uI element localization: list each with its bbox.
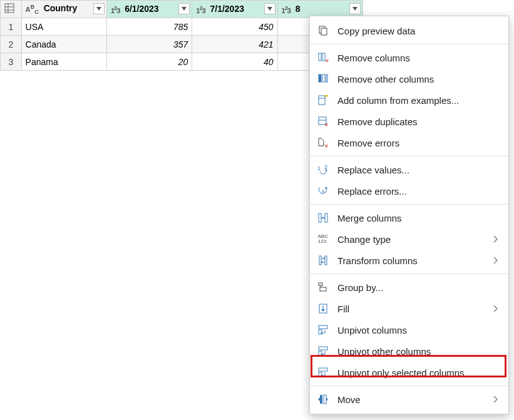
menu-replace-errors[interactable]: A Replace errors... (310, 180, 508, 202)
group-by-icon (316, 281, 330, 294)
menu-fill[interactable]: Fill (310, 298, 508, 319)
change-type-icon: ABC123 (316, 233, 330, 245)
col-header-country[interactable]: ABC Country (21, 1, 106, 18)
cell-value[interactable]: 785 (106, 18, 192, 36)
submenu-arrow-icon (493, 234, 500, 245)
svg-marker-7 (352, 7, 357, 11)
col-label: 6/1/2023 (125, 4, 159, 14)
menu-separator (310, 386, 508, 386)
menu-remove-errors[interactable]: ✕ Remove errors (310, 132, 508, 153)
menu-label: Remove duplicates (337, 116, 500, 127)
svg-rect-45 (319, 325, 327, 329)
cell-value[interactable]: 20 (106, 53, 192, 71)
menu-label: Remove columns (337, 53, 500, 63)
svg-marker-44 (321, 309, 325, 312)
row-number[interactable]: 1 (1, 18, 22, 36)
svg-rect-48 (319, 347, 327, 350)
cell-country[interactable]: Canada (21, 36, 106, 53)
menu-separator (310, 44, 508, 44)
merge-columns-icon (316, 212, 330, 224)
menu-label: Change type (337, 234, 493, 245)
menu-label: Remove other columns (337, 74, 500, 85)
svg-marker-5 (182, 7, 187, 11)
menu-label: Unpivot columns (337, 325, 500, 335)
menu-label: Move (337, 394, 493, 405)
menu-label: Remove errors (337, 138, 500, 148)
svg-rect-15 (326, 74, 327, 82)
menu-remove-columns[interactable]: ✕ Remove columns (310, 47, 508, 68)
chevron-down-icon (352, 7, 357, 11)
menu-merge-columns[interactable]: Merge columns (310, 207, 508, 228)
menu-separator (310, 274, 508, 274)
corner-cell[interactable] (1, 1, 22, 18)
table-icon (4, 5, 14, 15)
svg-rect-46 (319, 330, 322, 334)
menu-label: Copy preview data (337, 26, 500, 36)
submenu-arrow-icon (493, 304, 500, 314)
menu-replace-values[interactable]: 12 Replace values... (310, 159, 508, 180)
chevron-down-icon (96, 7, 101, 11)
svg-rect-9 (321, 28, 327, 35)
context-menu: Copy preview data ✕ Remove columns Remov… (309, 16, 509, 414)
filter-dropdown[interactable] (264, 3, 275, 14)
table-row[interactable]: 3 Panama 20 40 (1, 53, 363, 71)
unpivot-selected-icon (316, 366, 330, 379)
menu-remove-duplicates[interactable]: ✕ Remove duplicates (310, 111, 508, 132)
number-type-icon: 123 (111, 5, 120, 14)
svg-rect-40 (320, 287, 326, 291)
svg-rect-55 (324, 395, 326, 404)
svg-rect-10 (319, 53, 321, 61)
col-header-date2[interactable]: 123 7/1/2023 (192, 1, 277, 18)
menu-remove-other-columns[interactable]: Remove other columns (310, 68, 508, 90)
menu-change-type[interactable]: ABC123 Change type (310, 228, 508, 250)
filter-dropdown[interactable] (93, 3, 105, 14)
menu-label: Transform columns (337, 255, 493, 266)
svg-rect-39 (319, 283, 322, 285)
menu-copy-preview-data[interactable]: Copy preview data (310, 20, 508, 41)
number-type-icon: 123 (282, 5, 290, 14)
menu-add-column-from-examples[interactable]: Add column from examples... (310, 90, 508, 111)
svg-rect-33 (319, 256, 321, 265)
menu-unpivot-only-selected-columns[interactable]: Unpivot only selected columns (310, 362, 508, 383)
menu-label: Replace errors... (337, 186, 500, 197)
remove-columns-icon: ✕ (316, 51, 330, 64)
svg-text:✕: ✕ (324, 143, 329, 148)
fill-icon (316, 302, 330, 315)
svg-marker-57 (326, 397, 328, 401)
svg-rect-0 (5, 4, 14, 13)
unpivot-icon (316, 324, 330, 336)
menu-label: Unpivot only selected columns (337, 367, 500, 378)
data-grid: ABC Country 123 6/1/2023 123 7/1/2023 (0, 0, 363, 71)
menu-unpivot-columns[interactable]: Unpivot columns (310, 319, 508, 341)
svg-rect-29 (325, 213, 327, 222)
filter-dropdown[interactable] (178, 3, 190, 14)
table-row[interactable]: 1 USA 785 450 (1, 18, 363, 36)
cell-value[interactable]: 450 (192, 18, 277, 36)
menu-unpivot-other-columns[interactable]: Unpivot other columns (310, 341, 508, 362)
cell-value[interactable]: 421 (192, 36, 277, 53)
col-header-date1[interactable]: 123 6/1/2023 (106, 1, 192, 18)
row-number[interactable]: 2 (1, 36, 22, 53)
svg-rect-13 (319, 74, 321, 82)
cell-value[interactable]: 357 (106, 36, 192, 53)
cell-country[interactable]: Panama (21, 53, 106, 71)
svg-rect-14 (322, 74, 325, 82)
menu-move[interactable]: Move (310, 389, 508, 410)
svg-rect-28 (319, 213, 321, 222)
menu-transform-columns[interactable]: Transform columns (310, 250, 508, 271)
text-type-icon: ABC (26, 4, 39, 15)
filter-dropdown[interactable] (349, 3, 361, 14)
add-column-examples-icon (316, 94, 330, 106)
menu-group-by[interactable]: Group by... (310, 277, 508, 298)
menu-label: Fill (337, 304, 493, 314)
cell-country[interactable]: USA (21, 18, 106, 36)
cell-value[interactable]: 40 (192, 53, 277, 71)
svg-text:A: A (321, 188, 325, 195)
remove-duplicates-icon: ✕ (316, 115, 330, 128)
row-number[interactable]: 3 (1, 53, 22, 71)
replace-values-icon: 12 (316, 163, 330, 176)
svg-rect-52 (319, 372, 322, 377)
col-label: 7/1/2023 (210, 4, 244, 14)
menu-label: Merge columns (337, 213, 500, 223)
table-row[interactable]: 2 Canada 357 421 (1, 36, 363, 53)
